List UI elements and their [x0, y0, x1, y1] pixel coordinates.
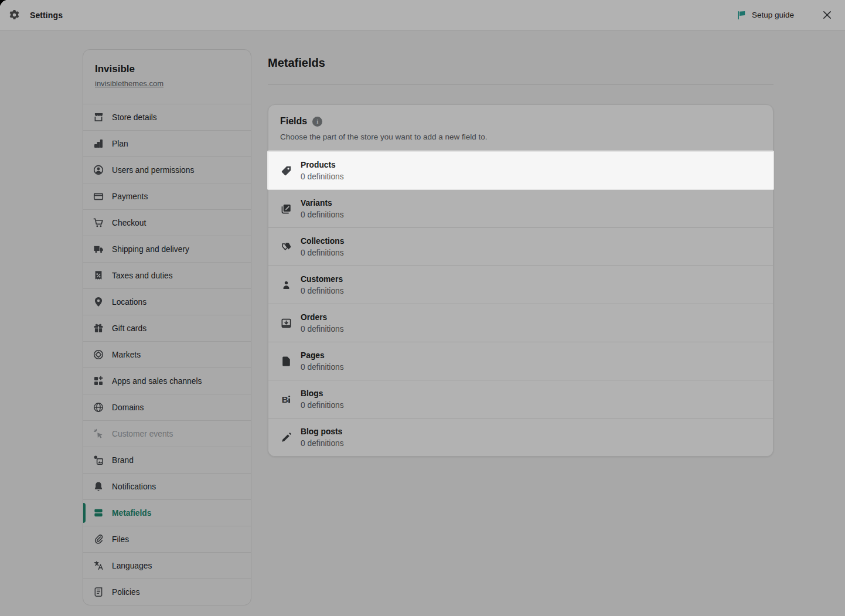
- sidebar-item-label: Taxes and duties: [112, 271, 173, 280]
- close-button[interactable]: [819, 6, 836, 23]
- products-icon: [280, 165, 292, 177]
- sidebar-item-label: Checkout: [112, 219, 146, 227]
- languages-icon: [93, 560, 104, 571]
- flag-icon: [736, 10, 747, 21]
- sidebar-item-label: Brand: [112, 456, 134, 465]
- sidebar-nav: Store details Plan Users and permissions…: [83, 104, 251, 605]
- fields-card-header: Fields i Choose the part of the store yo…: [268, 105, 773, 151]
- files-icon: [93, 533, 104, 545]
- field-label: Blogs: [301, 389, 344, 399]
- sidebar-item-policies[interactable]: Policies: [83, 578, 251, 605]
- field-row-pages[interactable]: Pages 0 definitions: [268, 342, 773, 380]
- sidebar: Invisible invisiblethemes.com Store deta…: [83, 49, 251, 605]
- sidebar-item-files[interactable]: Files: [83, 526, 251, 552]
- sidebar-item-label: Domains: [112, 403, 144, 412]
- field-label: Products: [301, 160, 344, 170]
- users-icon: [93, 164, 104, 176]
- sidebar-item-markets[interactable]: Markets: [83, 341, 251, 367]
- sidebar-item-label: Locations: [112, 298, 146, 307]
- fields-card-title: Fields: [280, 115, 307, 127]
- field-label: Customers: [301, 274, 344, 284]
- field-label: Variants: [301, 198, 344, 208]
- taxes-icon: [93, 270, 104, 281]
- brand-icon: [93, 454, 104, 466]
- store-name: Invisible: [95, 63, 239, 76]
- blogs-icon: B: [280, 393, 292, 406]
- info-icon[interactable]: i: [312, 117, 322, 127]
- plan-icon: [93, 138, 104, 149]
- field-count: 0 definitions: [301, 438, 344, 448]
- sidebar-item-gift-cards[interactable]: Gift cards: [83, 315, 251, 341]
- blog-posts-icon: [280, 431, 292, 444]
- store-icon: [93, 111, 104, 123]
- locations-icon: [93, 296, 104, 308]
- sidebar-item-payments[interactable]: Payments: [83, 183, 251, 209]
- field-row-orders[interactable]: Orders 0 definitions: [268, 304, 773, 342]
- field-label: Pages: [301, 350, 344, 360]
- sidebar-item-customer-events: Customer events: [83, 420, 251, 447]
- field-count: 0 definitions: [301, 400, 344, 410]
- sidebar-item-label: Store details: [112, 113, 157, 122]
- customers-icon: [280, 279, 292, 291]
- pages-icon: [280, 355, 292, 367]
- markets-icon: [93, 349, 104, 360]
- sidebar-item-label: Files: [112, 535, 129, 544]
- sidebar-item-label: Shipping and delivery: [112, 245, 189, 254]
- customer-events-icon: [93, 428, 104, 440]
- sidebar-item-label: Plan: [112, 139, 128, 148]
- field-label: Blog posts: [301, 427, 344, 437]
- settings-window: Settings Setup guide Invisible invisible…: [0, 0, 845, 616]
- field-label: Orders: [301, 312, 344, 322]
- field-label: Collections: [301, 236, 344, 246]
- fields-card-description: Choose the part of the store you want to…: [280, 131, 761, 142]
- topbar-right: Setup guide: [731, 6, 839, 24]
- sidebar-item-shipping-and-delivery[interactable]: Shipping and delivery: [83, 236, 251, 262]
- setup-guide-label: Setup guide: [752, 11, 794, 19]
- sidebar-header: Invisible invisiblethemes.com: [83, 50, 251, 104]
- apps-icon: [93, 375, 104, 387]
- sidebar-item-label: Policies: [112, 588, 140, 597]
- domains-icon: [93, 401, 104, 413]
- sidebar-item-apps-and-sales-channels[interactable]: Apps and sales channels: [83, 367, 251, 394]
- store-domain-link[interactable]: invisiblethemes.com: [95, 79, 163, 89]
- metafields-icon: [93, 507, 104, 519]
- sidebar-item-label: Customer events: [112, 430, 173, 438]
- sidebar-item-metafields[interactable]: Metafields: [83, 499, 251, 526]
- field-row-blogs[interactable]: B Blogs 0 definitions: [268, 380, 773, 418]
- field-row-customers[interactable]: Customers 0 definitions: [268, 266, 773, 304]
- field-count: 0 definitions: [301, 248, 344, 258]
- field-row-variants[interactable]: Variants 0 definitions: [268, 189, 773, 227]
- shipping-icon: [93, 243, 104, 255]
- collections-icon: [280, 241, 292, 253]
- sidebar-item-brand[interactable]: Brand: [83, 447, 251, 473]
- field-count: 0 definitions: [301, 324, 344, 334]
- fields-list: Products 0 definitions Variants 0 defini…: [268, 151, 773, 456]
- page-title: Metafields: [268, 49, 774, 70]
- sidebar-item-users-and-permissions[interactable]: Users and permissions: [83, 156, 251, 183]
- sidebar-item-label: Users and permissions: [112, 166, 194, 175]
- payments-icon: [93, 190, 104, 202]
- sidebar-item-domains[interactable]: Domains: [83, 394, 251, 420]
- field-count: 0 definitions: [301, 172, 344, 182]
- sidebar-item-locations[interactable]: Locations: [83, 288, 251, 315]
- sidebar-item-notifications[interactable]: Notifications: [83, 473, 251, 499]
- field-row-products[interactable]: Products 0 definitions: [268, 151, 773, 189]
- gear-icon: [8, 9, 21, 21]
- sidebar-item-checkout[interactable]: Checkout: [83, 209, 251, 236]
- sidebar-item-label: Metafields: [112, 509, 151, 518]
- sidebar-item-label: Languages: [112, 561, 152, 570]
- sidebar-item-label: Notifications: [112, 482, 156, 491]
- field-row-collections[interactable]: Collections 0 definitions: [268, 227, 773, 266]
- svg-text:B: B: [282, 394, 288, 404]
- close-icon: [821, 9, 833, 21]
- topbar: Settings Setup guide: [0, 0, 845, 30]
- field-row-blog-posts[interactable]: Blog posts 0 definitions: [268, 418, 773, 456]
- sidebar-item-languages[interactable]: Languages: [83, 552, 251, 578]
- sidebar-item-store-details[interactable]: Store details: [83, 104, 251, 130]
- setup-guide-button[interactable]: Setup guide: [731, 6, 799, 24]
- sidebar-item-taxes-and-duties[interactable]: Taxes and duties: [83, 262, 251, 288]
- orders-icon: [280, 317, 292, 329]
- policies-icon: [93, 586, 104, 598]
- sidebar-item-plan[interactable]: Plan: [83, 130, 251, 156]
- field-count: 0 definitions: [301, 210, 344, 220]
